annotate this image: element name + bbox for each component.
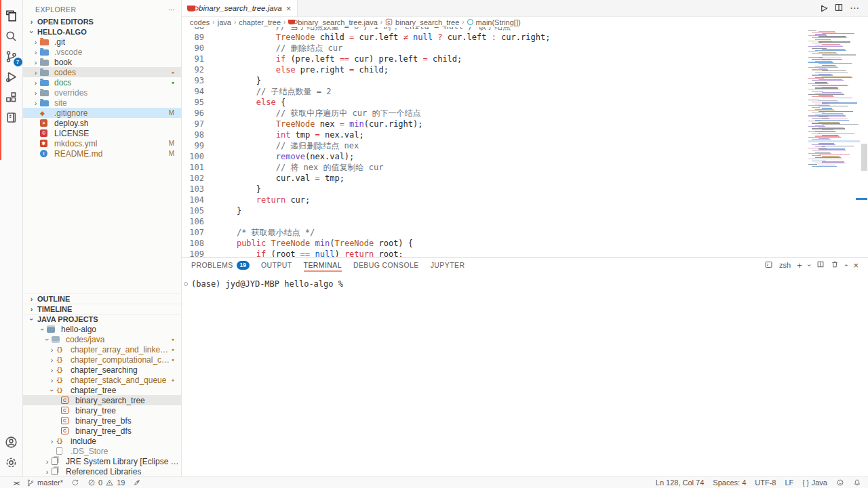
code-line[interactable]: 97 TreeNode nex = min(cur.right); xyxy=(182,119,804,129)
breadcrumb-item[interactable]: chapter_tree xyxy=(239,18,281,26)
file--gitignore[interactable]: ›◆.gitignoreM xyxy=(23,108,181,118)
file-readme-md[interactable]: ›iREADME.mdM xyxy=(23,148,181,159)
editor-scrollbar[interactable] xyxy=(861,144,867,171)
code-line[interactable]: 92 else pre.right = child; xyxy=(182,64,804,75)
more-actions-icon[interactable]: ··· xyxy=(850,4,860,12)
open-editors-section[interactable]: › OPEN EDITORS xyxy=(23,16,181,26)
code-line[interactable]: 108 public TreeNode min(TreeNode root) { xyxy=(182,238,804,249)
project-binary-search-tree[interactable]: ›Cbinary_search_tree xyxy=(23,395,181,405)
terminal-dropdown-icon[interactable]: › xyxy=(806,264,813,266)
code-line[interactable]: 93 } xyxy=(182,75,804,86)
file-mkdocs-yml[interactable]: ›✱mkdocs.ymlM xyxy=(23,138,181,148)
file--vscode[interactable]: ›.vscode xyxy=(23,47,181,57)
breadcrumb-item[interactable]: binary_search_tree.java xyxy=(288,18,377,26)
tab-binary-search-tree[interactable]: binary_search_tree.java × xyxy=(182,0,298,16)
outline-section[interactable]: › OUTLINE xyxy=(23,293,181,304)
file-site[interactable]: ›site xyxy=(23,98,181,108)
code-line[interactable]: 94 // 子结点数量 = 2 xyxy=(182,86,804,97)
project-binary-tree[interactable]: ›Cbinary_tree xyxy=(23,405,181,415)
source-control-icon[interactable]: 7 xyxy=(1,46,22,66)
panel-tab-output[interactable]: OUTPUT xyxy=(261,258,292,272)
code-line[interactable]: 105 } xyxy=(182,205,804,216)
project-chapter-searching[interactable]: ›{}chapter_searching xyxy=(23,365,181,375)
project-chapter-tree[interactable]: ›{}chapter_tree xyxy=(23,385,181,395)
breadcrumb-item[interactable]: java xyxy=(218,18,231,26)
java-projects-section[interactable]: › JAVA PROJECTS xyxy=(23,314,181,324)
panel-tab-debug-console[interactable]: DEBUG CONSOLE xyxy=(353,258,419,272)
breadcrumb-item[interactable]: Cbinary_search_tree xyxy=(385,18,459,26)
code-line[interactable]: 109 if (root == null) return root; xyxy=(182,249,804,257)
settings-gear-icon[interactable] xyxy=(1,452,22,472)
project-hello-algo[interactable]: ›hello-algo xyxy=(23,324,181,334)
project-codes-java[interactable]: ›codes/java● xyxy=(23,334,181,344)
code-line[interactable]: 88 // 当子结点数量 = 0 / 1 时， child = null / 该… xyxy=(182,27,804,32)
notebook-icon[interactable] xyxy=(1,107,22,127)
code-line[interactable]: 100 remove(nex.val); xyxy=(182,151,804,162)
extensions-icon[interactable] xyxy=(1,87,22,107)
indentation-status[interactable]: Spaces: 4 xyxy=(713,479,746,487)
file-license[interactable]: ›©LICENSE xyxy=(23,128,181,138)
explorer-icon[interactable] xyxy=(1,5,22,26)
project--ds-store[interactable]: ›.DS_Store xyxy=(23,446,181,456)
file-book[interactable]: ›book xyxy=(23,57,181,67)
code-line[interactable]: 104 return cur; xyxy=(182,195,804,205)
breadcrumb-item[interactable]: main(String[]) xyxy=(467,18,521,26)
rocket-icon[interactable] xyxy=(133,479,141,487)
language-mode[interactable]: { } Java xyxy=(802,479,827,487)
panel-tab-terminal[interactable]: TERMINAL xyxy=(304,258,342,272)
kill-terminal-icon[interactable] xyxy=(831,260,839,270)
code-line[interactable]: 101 // 将 nex 的值复制给 cur xyxy=(182,162,804,173)
project-chapter-array-and-linkedlist[interactable]: ›{}chapter_array_and_linkedlist● xyxy=(23,344,181,354)
split-editor-button[interactable] xyxy=(834,3,844,14)
root-folder-section[interactable]: › HELLO-ALGO xyxy=(23,26,181,37)
project-chapter-stack-and-queue[interactable]: ›{}chapter_stack_and_queue● xyxy=(23,375,181,385)
search-icon[interactable] xyxy=(1,26,22,46)
file-deploy-sh[interactable]: ›>deploy.sh xyxy=(23,118,181,128)
maximize-panel-icon[interactable]: › xyxy=(842,264,850,266)
terminal[interactable]: (base) jyd@JYD-MBP hello-algo % xyxy=(182,272,868,476)
project-include[interactable]: ›{}include xyxy=(23,436,181,446)
code-line[interactable]: 102 cur.val = tmp; xyxy=(182,173,804,184)
sync-icon[interactable] xyxy=(71,479,79,487)
feedback-smiley-icon[interactable] xyxy=(836,479,844,487)
project-binary-tree-dfs[interactable]: ›Cbinary_tree_dfs xyxy=(23,426,181,436)
run-button[interactable]: › xyxy=(818,3,827,14)
project-referenced-libraries[interactable]: ›Referenced Libraries xyxy=(23,466,181,476)
panel-tab-jupyter[interactable]: JUPYTER xyxy=(431,258,465,272)
project-chapter-computational-complexity[interactable]: ›{}chapter_computational_complexity● xyxy=(23,354,181,365)
close-panel-icon[interactable]: × xyxy=(853,260,859,270)
code-line[interactable]: 99 // 递归删除结点 nex xyxy=(182,140,804,151)
git-branch-status[interactable]: master* xyxy=(26,479,63,487)
code-editor[interactable]: 88 // 当子结点数量 = 0 / 1 时， child = null / 该… xyxy=(182,27,868,257)
code-line[interactable]: 107 /* 获取最小结点 */ xyxy=(182,227,804,238)
cursor-position[interactable]: Ln 128, Col 74 xyxy=(656,479,705,487)
new-terminal-icon[interactable]: + xyxy=(797,260,802,270)
code-line[interactable]: 95 else { xyxy=(182,97,804,108)
code-line[interactable]: 91 if (pre.left == cur) pre.left = child… xyxy=(182,54,804,64)
encoding-status[interactable]: UTF-8 xyxy=(755,479,776,487)
panel-tab-problems[interactable]: PROBLEMS19 xyxy=(191,258,250,272)
run-dropdown-icon[interactable]: › xyxy=(823,7,830,9)
timeline-section[interactable]: › TIMELINE xyxy=(23,304,181,314)
code-line[interactable]: 106 xyxy=(182,216,804,227)
minimap[interactable] xyxy=(808,28,860,239)
close-icon[interactable]: × xyxy=(286,4,292,13)
project-binary-tree-bfs[interactable]: ›Cbinary_tree_bfs xyxy=(23,415,181,426)
notifications-bell-icon[interactable] xyxy=(853,479,861,487)
terminal-profile-icon[interactable] xyxy=(764,260,773,270)
file-codes[interactable]: ›codes● xyxy=(23,67,181,77)
code-line[interactable]: 90 // 删除结点 cur xyxy=(182,43,804,54)
breadcrumb-item[interactable]: codes xyxy=(190,18,210,26)
account-icon[interactable] xyxy=(1,432,22,452)
explorer-more-icon[interactable]: ··· xyxy=(168,5,174,14)
code-line[interactable]: 103 } xyxy=(182,184,804,195)
run-debug-icon[interactable] xyxy=(1,66,22,87)
file-docs[interactable]: ›docs● xyxy=(23,77,181,87)
split-terminal-icon[interactable] xyxy=(816,260,825,270)
project-jre-system-library-eclipse-temurin-17-17-[interactable]: ›JRE System Library [Eclipse Temurin 17 … xyxy=(23,456,181,466)
code-line[interactable]: 96 // 获取中序遍历中 cur 的下一个结点 xyxy=(182,108,804,119)
code-line[interactable]: 98 int tmp = nex.val; xyxy=(182,129,804,140)
problems-status[interactable]: 0 19 xyxy=(87,479,125,487)
file--git[interactable]: ›.git xyxy=(23,37,181,47)
code-line[interactable]: 89 TreeNode child = cur.left ≠ null ? cu… xyxy=(182,32,804,43)
